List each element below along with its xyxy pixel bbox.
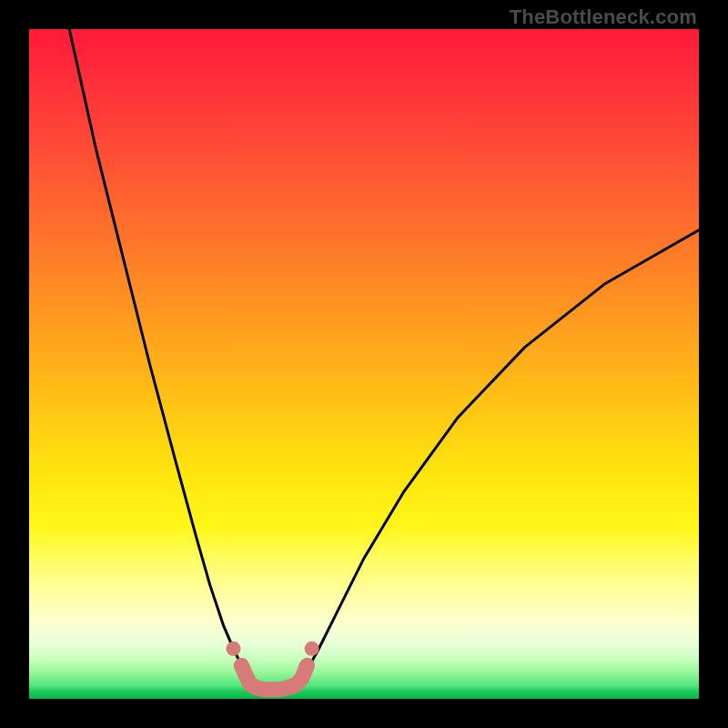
- optimal-range-band: [241, 665, 307, 690]
- plot-area: [29, 29, 699, 699]
- watermark-text: TheBottleneck.com: [510, 5, 697, 29]
- curve-layer: [29, 29, 699, 699]
- marker-dot-0: [226, 642, 240, 656]
- bottleneck-curve: [69, 29, 699, 690]
- chart-frame: TheBottleneck.com: [0, 0, 728, 728]
- marker-dot-1: [305, 642, 319, 656]
